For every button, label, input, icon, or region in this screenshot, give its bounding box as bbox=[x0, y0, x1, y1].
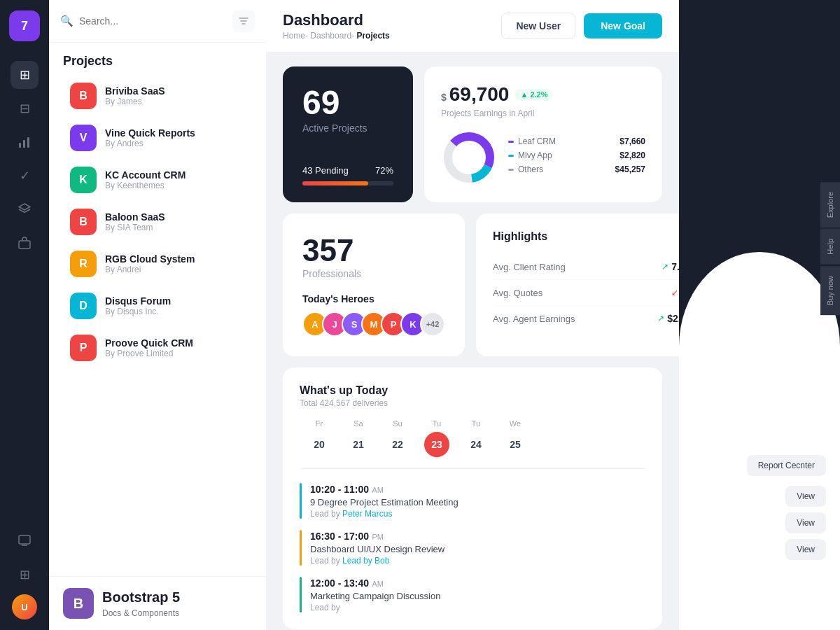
heroes-avatars: AJSMPK+42 bbox=[302, 312, 445, 337]
sidebar-item-settings[interactable]: ⊞ bbox=[10, 561, 38, 589]
project-item[interactable]: V Vine Quick Reports By Andres bbox=[56, 118, 259, 158]
buy-now-button[interactable]: Buy now bbox=[820, 266, 840, 315]
earnings-body: Leaf CRM $7,660 Mivy App $2,820 Others $… bbox=[441, 130, 645, 186]
legend-name: Leaf CRM bbox=[518, 136, 556, 146]
svg-rect-3 bbox=[19, 241, 30, 248]
project-name: RGB Cloud System bbox=[105, 253, 195, 265]
calendar-day[interactable]: We 25 bbox=[496, 419, 535, 457]
highlights-list: Avg. Client Rating ↗ 7.8 10 Avg. Quotes … bbox=[493, 254, 679, 331]
wu-header: What's up Today Total 424,567 deliveries bbox=[300, 384, 645, 408]
user-avatar[interactable]: U bbox=[12, 594, 37, 620]
calendar-day[interactable]: Sa 21 bbox=[339, 419, 378, 457]
project-item[interactable]: R RGB Cloud System By Andrei bbox=[56, 244, 259, 284]
calendar-day[interactable]: Fr 20 bbox=[300, 419, 339, 457]
highlights-title: Highlights bbox=[493, 230, 679, 243]
sidebar-item-briefcase[interactable] bbox=[10, 229, 38, 257]
legend-dot bbox=[508, 155, 514, 157]
event-lead-name[interactable]: Peter Marcus bbox=[342, 509, 392, 519]
calendar-day[interactable]: Tu 24 bbox=[456, 419, 496, 457]
highlight-row: Avg. Agent Earnings ↗ $2,309 bbox=[493, 306, 679, 331]
highlight-row: Avg. Client Rating ↗ 7.8 10 bbox=[493, 254, 679, 280]
sidebar-avatar[interactable]: 7 bbox=[9, 10, 40, 41]
hero-more: +42 bbox=[420, 312, 445, 337]
legend-value: $2,820 bbox=[620, 150, 645, 160]
project-logo: R bbox=[70, 251, 97, 277]
breadcrumb-home[interactable]: Home- bbox=[283, 31, 308, 41]
explore-button[interactable]: Explore bbox=[820, 182, 840, 227]
sidebar-item-layers[interactable] bbox=[10, 195, 38, 223]
top-cards-row: 69 Active Projects 43 Pending 72% $ bbox=[283, 66, 662, 202]
projects-list: B Briviba SaaS By James V Vine Quick Rep… bbox=[49, 74, 266, 370]
help-button[interactable]: Help bbox=[820, 229, 840, 265]
sidebar-item-analytics[interactable] bbox=[10, 128, 38, 156]
report-center-button[interactable]: Report Cecnter bbox=[747, 455, 826, 476]
project-logo: V bbox=[70, 125, 97, 151]
legend-dot bbox=[508, 141, 514, 143]
project-item[interactable]: B Briviba SaaS By James bbox=[56, 76, 259, 116]
project-by: By James bbox=[105, 97, 165, 106]
project-by: By Disqus Inc. bbox=[105, 307, 171, 316]
progress-fill bbox=[302, 181, 368, 186]
sidebar-item-grid[interactable]: ⊟ bbox=[10, 94, 38, 122]
cal-day-num: 23 bbox=[424, 432, 449, 457]
view-buttons: View View View bbox=[785, 486, 826, 560]
project-item[interactable]: P Proove Quick CRM By Proove Limited bbox=[56, 328, 259, 368]
professionals-card: 357 Professionals Today's Heroes AJSMPK+… bbox=[283, 214, 465, 356]
whats-up-card: What's up Today Total 424,567 deliveries… bbox=[283, 368, 662, 629]
project-item[interactable]: B Baloon SaaS By SIA Team bbox=[56, 202, 259, 242]
new-user-button[interactable]: New User bbox=[501, 13, 575, 39]
view-button-3[interactable]: View bbox=[785, 539, 826, 560]
project-item[interactable]: K KC Account CRM By Keenthemes bbox=[56, 160, 259, 200]
legend-dot bbox=[508, 169, 514, 171]
cal-day-num: 21 bbox=[346, 432, 371, 457]
project-name: Disqus Forum bbox=[105, 295, 171, 307]
breadcrumb-dashboard[interactable]: Dashboard- bbox=[310, 31, 354, 41]
highlight-val: 7.8 bbox=[671, 261, 679, 272]
event-time-text: 12:00 - 13:40 bbox=[310, 578, 369, 589]
active-projects-bottom: 43 Pending 72% bbox=[302, 165, 393, 186]
right-panel-wave bbox=[679, 252, 840, 630]
sidebar-item-tasks[interactable]: ✓ bbox=[10, 162, 38, 190]
event-time: 16:30 - 17:00 PM bbox=[310, 530, 444, 542]
event-period: PM bbox=[372, 533, 384, 541]
new-goal-button[interactable]: New Goal bbox=[584, 13, 662, 38]
calendar-day[interactable]: Tu 23 bbox=[417, 419, 456, 457]
active-projects-number: 69 bbox=[302, 86, 393, 120]
view-button-2[interactable]: View bbox=[785, 512, 826, 533]
event-title: 9 Degree Project Estimation Meeting bbox=[310, 497, 458, 507]
earnings-card: $ 69,700 ▲ 2.2% Projects Earnings in Apr… bbox=[424, 66, 662, 202]
highlight-label: Avg. Agent Earnings bbox=[493, 314, 575, 324]
earnings-dollar: $ bbox=[441, 92, 447, 103]
stats-row: 357 Professionals Today's Heroes AJSMPK+… bbox=[283, 214, 662, 356]
project-by: By Keenthemes bbox=[105, 181, 186, 190]
docs-link[interactable]: Docs & Components bbox=[102, 608, 180, 618]
progress-bar bbox=[302, 181, 393, 186]
legend-value: $45,257 bbox=[615, 164, 645, 174]
highlight-label: Avg. Client Rating bbox=[493, 262, 566, 272]
right-panel-actions: Explore Help Buy now bbox=[820, 182, 840, 315]
project-name: KC Account CRM bbox=[105, 169, 186, 181]
filter-button[interactable] bbox=[232, 10, 255, 32]
sidebar-item-messages[interactable] bbox=[10, 527, 38, 555]
highlights-card: Highlights Avg. Client Rating ↗ 7.8 10 A… bbox=[476, 214, 679, 356]
project-item[interactable]: D Disqus Forum By Disqus Inc. bbox=[56, 286, 259, 326]
sidebar-item-dashboard[interactable]: ⊞ bbox=[10, 61, 38, 89]
view-button-1[interactable]: View bbox=[785, 486, 826, 507]
header-actions: New User New Goal bbox=[501, 13, 662, 39]
calendar-day[interactable]: Su 22 bbox=[378, 419, 417, 457]
svg-rect-2 bbox=[27, 137, 29, 148]
event-time: 10:20 - 11:00 AM bbox=[310, 483, 458, 496]
highlight-value: ↙ 730 bbox=[671, 287, 679, 298]
legend-name: Others bbox=[518, 164, 543, 174]
search-input[interactable] bbox=[79, 15, 227, 27]
projects-panel: 🔍 Projects B Briviba SaaS By James V Vin… bbox=[49, 0, 266, 630]
legend-item: Leaf CRM $7,660 bbox=[508, 136, 645, 146]
event-lead-name[interactable]: Lead by Bob bbox=[342, 556, 389, 566]
professionals-label: Professionals bbox=[302, 268, 445, 279]
project-logo: D bbox=[70, 293, 97, 319]
earnings-badge: ▲ 2.2% bbox=[514, 89, 553, 100]
active-projects-card: 69 Active Projects 43 Pending 72% bbox=[283, 66, 413, 202]
event-period: AM bbox=[372, 486, 384, 494]
donut-chart bbox=[441, 130, 497, 186]
bootstrap-title: Bootstrap 5 bbox=[102, 589, 180, 606]
